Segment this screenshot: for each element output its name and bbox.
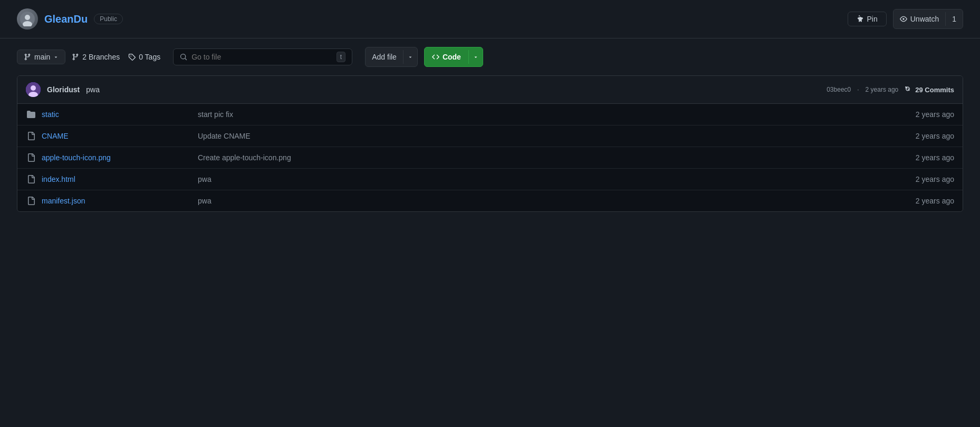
commits-count-label: 29 Commits (915, 86, 954, 94)
branches-icon (72, 53, 79, 61)
file-name[interactable]: static (42, 110, 189, 119)
pin-button[interactable]: Pin (848, 12, 887, 26)
table-row[interactable]: manifest.json pwa 2 years ago (17, 190, 963, 211)
file-name[interactable]: index.html (42, 175, 189, 183)
add-file-label: Add file (372, 53, 397, 61)
add-file-button[interactable]: Add file (365, 47, 418, 67)
commit-avatar (26, 82, 41, 97)
search-icon (180, 53, 187, 61)
file-rows: static start pic fix 2 years ago CNAME U… (17, 104, 963, 211)
file-table: Gloridust pwa 03beec0 · 2 years ago 29 C… (17, 75, 963, 212)
branches-label: 2 Branches (82, 53, 120, 61)
watch-count[interactable]: 1 (946, 12, 963, 26)
watch-button[interactable]: Unwatch 1 (893, 9, 963, 29)
code-chevron-icon (473, 54, 478, 60)
avatar (17, 8, 38, 30)
pin-icon (857, 15, 864, 23)
branch-name: main (34, 53, 50, 61)
folder-icon (27, 110, 35, 119)
file-type-icon (26, 109, 36, 120)
file-type-icon (26, 174, 36, 185)
add-file-main[interactable]: Add file (366, 50, 403, 64)
search-input[interactable] (191, 53, 337, 61)
header-actions: Pin Unwatch 1 (848, 9, 964, 29)
watch-label: Unwatch (910, 15, 939, 23)
file-type-icon (26, 131, 36, 141)
table-row[interactable]: apple-touch-icon.png Create apple-touch-… (17, 147, 963, 169)
search-shortcut: t (337, 52, 345, 62)
code-label: Code (443, 53, 461, 61)
code-button[interactable]: Code (424, 47, 483, 67)
svg-point-1 (25, 15, 30, 20)
code-main[interactable]: Code (425, 50, 469, 64)
watch-main[interactable]: Unwatch (893, 12, 946, 26)
file-commit-message: Create apple-touch-icon.png (189, 153, 880, 162)
file-timestamp: 2 years ago (880, 132, 954, 140)
commit-message: pwa (86, 85, 100, 94)
tag-icon (128, 53, 136, 61)
file-icon (27, 197, 35, 205)
commit-hash[interactable]: 03beec0 (827, 86, 851, 93)
branch-icon (24, 53, 31, 61)
file-commit-message: pwa (189, 197, 880, 205)
branches-link[interactable]: 2 Branches (72, 53, 120, 61)
table-row[interactable]: index.html pwa 2 years ago (17, 169, 963, 190)
chevron-down-icon (53, 54, 59, 60)
branch-selector[interactable]: main (17, 50, 65, 64)
code-icon (432, 53, 439, 61)
commit-meta: 03beec0 · 2 years ago 29 Commits (827, 86, 954, 94)
repo-name[interactable]: GleanDu (44, 13, 88, 25)
code-caret[interactable] (469, 50, 483, 64)
file-icon (27, 132, 35, 140)
repo-header-left: GleanDu Public (17, 8, 123, 30)
avatar-svg (20, 12, 35, 26)
file-icon (27, 175, 35, 183)
search-bar: t (173, 48, 352, 65)
file-name[interactable]: apple-touch-icon.png (42, 153, 189, 162)
tags-label: 0 Tags (139, 53, 160, 61)
file-icon (27, 153, 35, 162)
eye-icon (900, 15, 907, 23)
file-commit-message: start pic fix (189, 110, 880, 119)
commit-avatar-img (26, 82, 41, 97)
file-type-icon (26, 196, 36, 206)
add-file-chevron-icon (408, 54, 413, 60)
commit-author[interactable]: Gloridust (47, 85, 80, 94)
history-icon (905, 86, 912, 93)
file-timestamp: 2 years ago (880, 175, 954, 183)
commit-time: 2 years ago (866, 86, 899, 93)
file-commit-message: Update CNAME (189, 132, 880, 140)
table-row[interactable]: CNAME Update CNAME 2 years ago (17, 125, 963, 147)
branch-info: 2 Branches 0 Tags (72, 53, 160, 61)
pin-label: Pin (867, 15, 878, 23)
file-timestamp: 2 years ago (880, 197, 954, 205)
tags-link[interactable]: 0 Tags (128, 53, 160, 61)
commit-bar: Gloridust pwa 03beec0 · 2 years ago 29 C… (17, 76, 963, 104)
file-timestamp: 2 years ago (880, 153, 954, 162)
file-timestamp: 2 years ago (880, 110, 954, 119)
file-name[interactable]: CNAME (42, 132, 189, 140)
repo-header: GleanDu Public Pin Unwatch 1 (0, 0, 980, 38)
svg-point-4 (31, 85, 36, 91)
watch-count-value: 1 (952, 15, 956, 23)
commit-separator: · (857, 86, 859, 93)
commits-link[interactable]: 29 Commits (905, 86, 954, 94)
table-row[interactable]: static start pic fix 2 years ago (17, 104, 963, 125)
file-name[interactable]: manifest.json (42, 197, 189, 205)
repo-toolbar: main 2 Branches 0 Tags t Add file (0, 38, 980, 75)
file-type-icon (26, 152, 36, 163)
file-commit-message: pwa (189, 175, 880, 183)
add-file-caret[interactable] (403, 50, 417, 64)
visibility-badge: Public (94, 14, 123, 24)
